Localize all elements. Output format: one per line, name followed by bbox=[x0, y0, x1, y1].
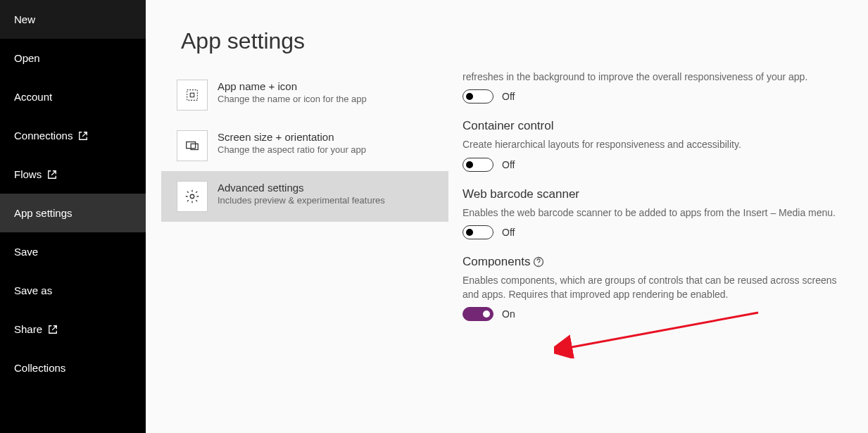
settings-tab-title: Advanced settings bbox=[218, 182, 385, 194]
toggle-web-barcode-scanner[interactable] bbox=[463, 225, 493, 239]
setting-section-web-barcode-scanner: Web barcode scanner Enables the web barc… bbox=[463, 187, 854, 239]
toggle-label: Off bbox=[502, 159, 515, 170]
sidebar: New Open Account Connections Flows App s… bbox=[0, 0, 146, 433]
settings-tab-desc: Includes preview & experimental features bbox=[218, 195, 385, 207]
sidebar-item-label: App settings bbox=[14, 207, 73, 219]
sidebar-item-collections[interactable]: Collections bbox=[0, 349, 146, 387]
main-panel: App settings App name + icon Change the … bbox=[146, 0, 868, 433]
page-title: App settings bbox=[146, 0, 868, 70]
sidebar-item-share[interactable]: Share bbox=[0, 310, 146, 349]
toggle-label: Off bbox=[502, 91, 515, 102]
toggle-components[interactable] bbox=[463, 307, 493, 321]
sidebar-item-label: Open bbox=[14, 52, 40, 64]
svg-rect-1 bbox=[190, 93, 194, 97]
setting-desc: Enables the web barcode scanner to be ad… bbox=[463, 206, 854, 220]
toggle-label: Off bbox=[502, 227, 515, 238]
sidebar-item-label: Share bbox=[14, 323, 42, 335]
app-name-icon-icon bbox=[177, 80, 208, 111]
toggle-container-control[interactable] bbox=[463, 158, 493, 172]
settings-tab-app-name-icon[interactable]: App name + icon Change the name or icon … bbox=[161, 70, 448, 120]
sidebar-item-label: Save bbox=[14, 246, 38, 258]
sidebar-item-save-as[interactable]: Save as bbox=[0, 271, 146, 310]
toggle-background-refresh[interactable] bbox=[463, 89, 493, 103]
svg-rect-0 bbox=[187, 90, 198, 101]
sidebar-item-connections[interactable]: Connections bbox=[0, 116, 146, 155]
sidebar-item-label: New bbox=[14, 13, 35, 25]
gear-icon bbox=[177, 181, 208, 212]
setting-desc: Create hierarchical layouts for responsi… bbox=[463, 137, 854, 151]
setting-desc: refreshes in the background to improve t… bbox=[463, 70, 854, 84]
sidebar-item-save[interactable]: Save bbox=[0, 232, 146, 271]
external-link-icon bbox=[78, 131, 88, 141]
setting-desc: Enables components, which are groups of … bbox=[463, 273, 854, 302]
setting-section-background-refresh: refreshes in the background to improve t… bbox=[463, 70, 854, 103]
setting-section-components: Components Enables components, which are… bbox=[463, 255, 854, 322]
settings-tab-title: Screen size + orientation bbox=[218, 131, 366, 143]
screen-size-icon bbox=[177, 130, 208, 161]
sidebar-item-label: Connections bbox=[14, 130, 73, 142]
sidebar-item-label: Account bbox=[14, 91, 52, 103]
external-link-icon bbox=[48, 325, 58, 334]
sidebar-item-account[interactable]: Account bbox=[0, 77, 146, 116]
setting-heading: Components bbox=[463, 255, 530, 269]
settings-tab-desc: Change the aspect ratio for your app bbox=[218, 144, 366, 156]
sidebar-item-label: Flows bbox=[14, 168, 42, 180]
settings-tab-screen-size[interactable]: Screen size + orientation Change the asp… bbox=[161, 120, 448, 171]
help-icon[interactable] bbox=[533, 256, 544, 268]
setting-heading: Web barcode scanner bbox=[463, 187, 854, 201]
settings-tab-advanced[interactable]: Advanced settings Includes preview & exp… bbox=[161, 171, 448, 222]
sidebar-item-label: Collections bbox=[14, 362, 65, 374]
setting-section-container-control: Container control Create hierarchical la… bbox=[463, 119, 854, 171]
settings-tab-list: App name + icon Change the name or icon … bbox=[161, 70, 448, 433]
sidebar-item-app-settings[interactable]: App settings bbox=[0, 194, 146, 232]
sidebar-item-new[interactable]: New bbox=[0, 0, 146, 39]
toggle-label: On bbox=[502, 308, 515, 320]
setting-heading: Container control bbox=[463, 119, 854, 133]
settings-tab-desc: Change the name or icon for the app bbox=[218, 94, 367, 106]
sidebar-item-label: Save as bbox=[14, 284, 52, 296]
svg-point-4 bbox=[190, 194, 194, 199]
external-link-icon bbox=[47, 170, 57, 180]
sidebar-item-flows[interactable]: Flows bbox=[0, 155, 146, 194]
settings-detail-panel: refreshes in the background to improve t… bbox=[448, 70, 868, 433]
settings-tab-title: App name + icon bbox=[218, 80, 367, 92]
sidebar-item-open[interactable]: Open bbox=[0, 39, 146, 77]
